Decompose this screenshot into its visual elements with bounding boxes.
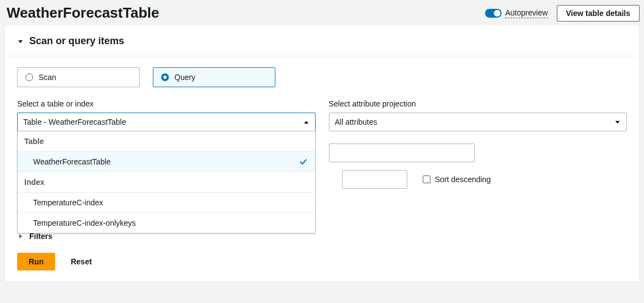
sort-descending-checkbox[interactable]: Sort descending <box>423 175 491 184</box>
caret-down-icon <box>614 119 621 125</box>
panel-title: Scan or query items <box>29 35 124 47</box>
page-header: WeatherForecastTable Autopreview View ta… <box>4 1 640 25</box>
caret-right-icon <box>17 233 24 240</box>
radio-icon <box>161 73 169 81</box>
svg-marker-1 <box>304 121 308 124</box>
table-index-label: Select a table or index <box>17 99 316 108</box>
checkbox-icon <box>423 176 430 183</box>
panel-header-toggle[interactable]: Scan or query items <box>5 25 639 56</box>
table-index-select-wrapper: Table - WeatherForecastTable Table Weath… <box>17 113 316 131</box>
mode-query-option[interactable]: Query <box>153 67 275 87</box>
dropdown-option-temperaturec-index[interactable]: TemperatureC-index <box>18 193 315 213</box>
selectors-row: Select a table or index Table - WeatherF… <box>17 99 627 162</box>
table-index-selected-value: Table - WeatherForecastTable <box>23 118 126 126</box>
autopreview-label: Autopreview <box>505 8 547 18</box>
table-index-dropdown: Table WeatherForecastTable Index Tempera… <box>17 131 316 233</box>
check-icon <box>299 157 307 166</box>
autopreview-toggle[interactable]: Autopreview <box>485 8 547 18</box>
view-table-details-button[interactable]: View table details <box>557 5 640 22</box>
attribute-projection-label: Select attribute projection <box>329 99 627 108</box>
query-value-input[interactable] <box>329 143 475 162</box>
dropdown-option-label: WeatherForecastTable <box>33 157 111 166</box>
sort-descending-label: Sort descending <box>435 175 491 184</box>
panel-body: Scan Query Select a table or index Table… <box>5 56 639 281</box>
actions-row: Run Reset <box>17 253 627 270</box>
table-index-select[interactable]: Table - WeatherForecastTable <box>17 113 316 131</box>
radio-icon <box>25 73 33 81</box>
dropdown-option-label: TemperatureC-index <box>33 198 103 207</box>
dropdown-option-temperaturec-index-onlykeys[interactable]: TemperatureC-index-onlykeys <box>18 213 315 233</box>
toggle-switch-icon <box>485 9 502 18</box>
attribute-projection-select[interactable]: All attributes <box>329 113 627 131</box>
svg-marker-2 <box>615 121 620 124</box>
run-button[interactable]: Run <box>17 253 55 270</box>
attribute-projection-group: Select attribute projection All attribut… <box>329 99 627 162</box>
svg-marker-0 <box>18 40 23 43</box>
svg-marker-3 <box>19 234 22 238</box>
condition-input[interactable] <box>342 170 407 189</box>
reset-button[interactable]: Reset <box>71 257 92 266</box>
caret-down-icon <box>17 38 24 45</box>
page-title: WeatherForecastTable <box>7 4 159 22</box>
scan-query-mode: Scan Query <box>17 67 627 87</box>
caret-up-icon <box>303 119 310 125</box>
table-index-group: Select a table or index Table - WeatherF… <box>17 99 316 162</box>
header-actions: Autopreview View table details <box>485 5 640 22</box>
dropdown-option-label: TemperatureC-index-onlykeys <box>33 219 136 227</box>
dropdown-option-weatherforecasttable[interactable]: WeatherForecastTable <box>18 152 315 172</box>
mode-scan-option[interactable]: Scan <box>17 67 140 87</box>
dropdown-group-index: Index <box>18 172 315 193</box>
mode-query-label: Query <box>174 73 195 82</box>
scan-query-panel: Scan or query items Scan Query Select a … <box>4 25 640 282</box>
mode-scan-label: Scan <box>39 73 56 82</box>
dropdown-group-table: Table <box>18 131 315 152</box>
attribute-projection-value: All attributes <box>335 118 377 126</box>
